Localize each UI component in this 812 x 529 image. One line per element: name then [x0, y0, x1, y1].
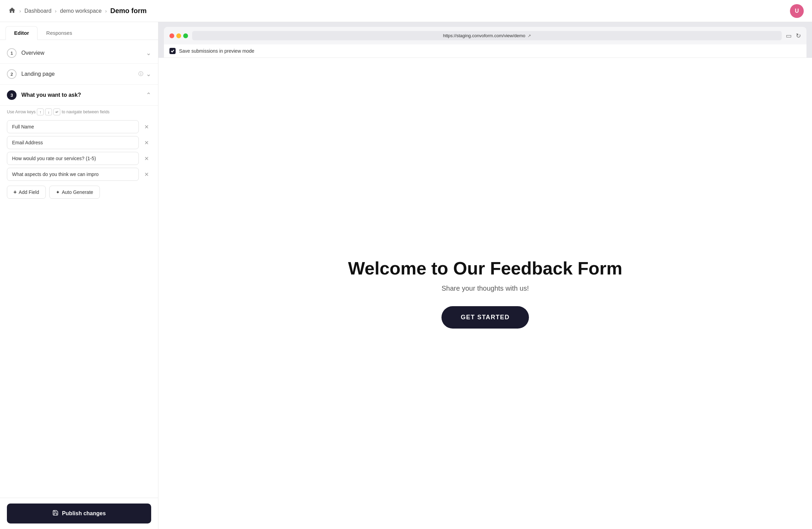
- field-row-1: ✕: [7, 120, 151, 133]
- traffic-light-red[interactable]: [169, 33, 174, 38]
- info-icon: ⓘ: [138, 71, 143, 77]
- tab-responses[interactable]: Responses: [38, 26, 81, 40]
- publish-button[interactable]: Publish changes: [7, 504, 151, 523]
- breadcrumb-workspace[interactable]: demo workspace: [60, 8, 102, 14]
- breadcrumb-form: Demo form: [110, 7, 147, 15]
- main-layout: Editor Responses 1 Overview ⌄ 2 Landing …: [0, 22, 812, 529]
- section-label-3: What you want to ask?: [21, 92, 146, 98]
- arrow-hint: Use Arrow keys ↑ ↓ ↵ to navigate between…: [7, 108, 151, 115]
- form-preview-subtitle: Share your thoughts with us!: [441, 284, 529, 292]
- field-remove-4[interactable]: ✕: [142, 169, 151, 179]
- breadcrumb: › Dashboard › demo workspace › Demo form: [8, 7, 147, 15]
- section-overview[interactable]: 1 Overview ⌄: [0, 43, 158, 64]
- auto-generate-button[interactable]: ✦ Auto Generate: [49, 186, 100, 199]
- traffic-lights: [169, 33, 188, 38]
- field-input-4[interactable]: [7, 168, 139, 181]
- save-submissions-label: Save submissions in preview mode: [179, 48, 254, 54]
- browser-chrome: https://staging.convoform.com/view/demo …: [158, 22, 812, 58]
- url-bar: https://staging.convoform.com/view/demo …: [192, 31, 782, 40]
- right-panel: https://staging.convoform.com/view/demo …: [158, 22, 812, 529]
- left-panel: Editor Responses 1 Overview ⌄ 2 Landing …: [0, 22, 158, 529]
- field-actions: + Add Field ✦ Auto Generate: [7, 186, 151, 199]
- section-label-1: Overview: [21, 50, 146, 56]
- browser-actions: ▭ ↻: [786, 32, 801, 40]
- chevron-down-icon-2: ⌄: [146, 70, 151, 78]
- publish-icon: [52, 510, 59, 517]
- fields-section: Use Arrow keys ↑ ↓ ↵ to navigate between…: [0, 108, 158, 204]
- arrow-up-key: ↑: [37, 108, 44, 115]
- field-row-3: ✕: [7, 152, 151, 165]
- plus-icon: +: [13, 189, 17, 195]
- save-submissions-checkbox[interactable]: [169, 48, 176, 54]
- sidebar-content: 1 Overview ⌄ 2 Landing page ⓘ ⌄ 3 What y…: [0, 40, 158, 498]
- field-row-2: ✕: [7, 136, 151, 149]
- preview-toolbar: Save submissions in preview mode: [164, 44, 806, 58]
- section-landing-page[interactable]: 2 Landing page ⓘ ⌄: [0, 64, 158, 85]
- tabs: Editor Responses: [0, 22, 158, 40]
- breadcrumb-sep-3: ›: [105, 8, 107, 14]
- traffic-light-yellow[interactable]: [176, 33, 181, 38]
- field-row-4: ✕: [7, 168, 151, 181]
- get-started-button[interactable]: GET STARTED: [441, 306, 529, 329]
- copy-icon[interactable]: ▭: [786, 32, 792, 40]
- topbar: › Dashboard › demo workspace › Demo form…: [0, 0, 812, 22]
- section-number-3: 3: [7, 90, 17, 100]
- field-remove-3[interactable]: ✕: [142, 154, 151, 163]
- home-icon[interactable]: [8, 7, 16, 15]
- add-field-button[interactable]: + Add Field: [7, 186, 46, 199]
- breadcrumb-sep-1: ›: [19, 8, 21, 14]
- section-label-2: Landing page: [21, 71, 136, 77]
- field-remove-1[interactable]: ✕: [142, 122, 151, 132]
- field-remove-2[interactable]: ✕: [142, 138, 151, 147]
- chevron-down-icon-1: ⌄: [146, 49, 151, 57]
- url-text: https://staging.convoform.com/view/demo: [443, 33, 525, 38]
- field-input-1[interactable]: [7, 120, 139, 133]
- refresh-icon[interactable]: ↻: [796, 32, 801, 40]
- breadcrumb-sep-2: ›: [55, 8, 56, 14]
- sparkle-icon: ✦: [56, 189, 60, 195]
- tab-editor[interactable]: Editor: [6, 26, 38, 40]
- browser-bar: https://staging.convoform.com/view/demo …: [164, 27, 806, 44]
- arrow-down-key: ↓: [45, 108, 52, 115]
- external-link-icon[interactable]: ↗: [528, 33, 531, 38]
- field-input-3[interactable]: [7, 152, 139, 165]
- section-number-2: 2: [7, 69, 17, 79]
- form-preview-title: Welcome to Our Feedback Form: [348, 258, 623, 279]
- form-preview: Welcome to Our Feedback Form Share your …: [158, 58, 812, 529]
- enter-key: ↵: [53, 108, 60, 115]
- avatar[interactable]: U: [790, 4, 804, 18]
- traffic-light-green[interactable]: [183, 33, 188, 38]
- section-number-1: 1: [7, 48, 17, 58]
- publish-area: Publish changes: [0, 498, 158, 529]
- section-ask[interactable]: 3 What you want to ask? ⌃: [0, 85, 158, 106]
- breadcrumb-dashboard[interactable]: Dashboard: [24, 8, 51, 14]
- chevron-up-icon: ⌃: [146, 91, 151, 99]
- field-input-2[interactable]: [7, 136, 139, 149]
